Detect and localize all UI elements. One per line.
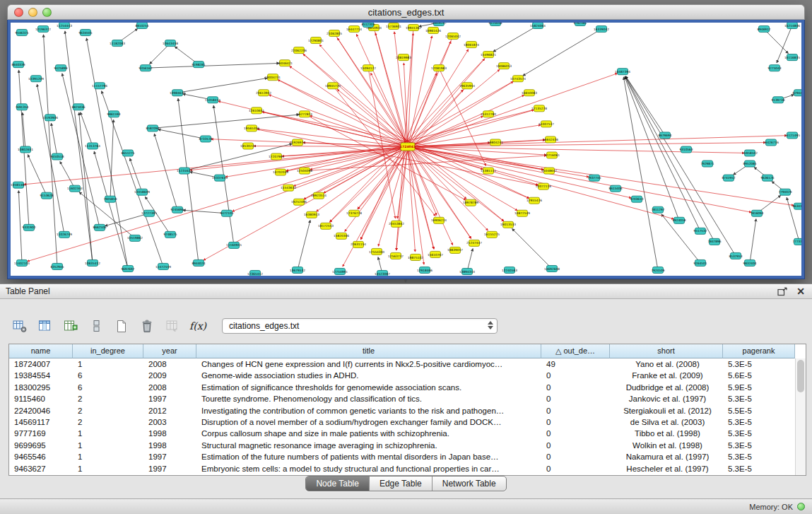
table-cell[interactable]: 9699695 [9, 440, 73, 451]
graph-node[interactable]: 20453842 [389, 221, 404, 227]
tab-network-table[interactable]: Network Table [433, 477, 506, 491]
graph-edge[interactable] [368, 68, 396, 218]
graph-edge[interactable] [153, 115, 299, 128]
graph-node[interactable]: 17554300 [369, 248, 384, 255]
graph-node[interactable]: 12240563 [502, 267, 517, 273]
graph-node[interactable]: 7691354 [15, 104, 28, 110]
graph-edge[interactable] [764, 29, 788, 53]
graph-node[interactable]: 7905859 [103, 196, 117, 202]
graph-node[interactable]: 9450518 [50, 153, 64, 160]
graph-edge[interactable] [408, 146, 529, 198]
graph-node[interactable]: 17081983 [431, 65, 447, 71]
graph-edge[interactable] [94, 151, 128, 269]
column-header-year[interactable]: year [143, 344, 196, 358]
graph-node[interactable]: 11182083 [110, 40, 125, 47]
import-table-icon[interactable] [163, 317, 182, 335]
graph-node[interactable]: 18978789 [463, 199, 478, 206]
network-graph[interactable]: 1724043185302241956535612610651206139521… [11, 23, 801, 276]
graph-node[interactable]: 10458609 [134, 189, 150, 195]
graph-node[interactable]: 9198281 [192, 62, 205, 68]
table-row[interactable]: 969969511998Structural magnetic resonanc… [9, 440, 806, 451]
graph-edge[interactable] [18, 191, 22, 263]
graph-node[interactable]: 19086053 [496, 63, 512, 69]
table-cell[interactable]: 9777169 [9, 428, 73, 439]
graph-node[interactable]: 15496821 [481, 52, 496, 58]
graph-node[interactable]: 8944024 [192, 259, 205, 266]
graph-node[interactable]: 8679694 [658, 132, 671, 139]
graph-node[interactable]: 12754991 [332, 268, 348, 274]
graph-node[interactable]: 11157796 [92, 83, 107, 89]
graph-edge[interactable] [310, 116, 408, 147]
table-cell[interactable]: 9463627 [9, 463, 73, 474]
graph-edge[interactable] [299, 50, 504, 221]
table-cell[interactable]: Corpus callosum shape and size in male p… [196, 428, 541, 439]
column-header-title[interactable]: title [196, 344, 541, 358]
graph-node[interactable]: 10727395 [141, 210, 157, 216]
graph-node[interactable]: 11058474 [205, 97, 220, 103]
table-cell[interactable]: Changes of HCN gene expression and I(f) … [196, 358, 541, 370]
table-cell[interactable]: 14569117 [9, 416, 73, 428]
graph-edge[interactable] [396, 146, 408, 250]
graph-edge[interactable] [154, 134, 177, 210]
table-cell[interactable]: 5.3E-5 [723, 428, 795, 439]
table-cell[interactable]: 9465546 [9, 451, 73, 462]
graph-node[interactable]: 9356162 [139, 65, 152, 71]
graph-node[interactable]: 10391209 [28, 76, 44, 82]
graph-node[interactable]: 12065042 [445, 33, 461, 40]
graph-node[interactable]: 16906224 [431, 217, 447, 223]
window-minimize-button[interactable] [28, 8, 37, 17]
graph-edge[interactable] [286, 108, 539, 170]
graph-edge[interactable] [750, 219, 756, 263]
graph-edge[interactable] [356, 34, 408, 146]
graph-node[interactable]: 10337610 [212, 175, 228, 181]
table-cell[interactable]: 1997 [143, 393, 196, 404]
graph-node[interactable]: 10581482 [11, 182, 26, 188]
graph-node[interactable]: 8825036 [71, 104, 85, 110]
graph-edge[interactable] [512, 228, 552, 269]
table-cell[interactable]: 5.3E-5 [723, 416, 795, 428]
graph-edge[interactable] [408, 143, 765, 147]
graph-node[interactable]: 10984620 [170, 90, 185, 96]
graph-node[interactable]: 18004731 [265, 74, 281, 81]
table-cell[interactable]: de Silva et al. (2003) [610, 416, 723, 428]
graph-node[interactable]: 11313764 [85, 143, 100, 149]
table-cell[interactable]: Dudbridge et al. (2008) [610, 382, 723, 393]
table-cell[interactable]: Structural magnetic resonance image aver… [196, 440, 541, 451]
table-cell[interactable]: 1 [73, 463, 143, 474]
window-close-button[interactable] [14, 8, 23, 17]
graph-node[interactable]: 18061874 [464, 42, 479, 48]
graph-node[interactable]: 9634505 [78, 30, 92, 36]
graph-node[interactable]: 16214806 [784, 23, 800, 29]
graph-node[interactable]: 9425899 [54, 65, 67, 71]
graph-node[interactable]: 8952085 [743, 160, 756, 167]
table-cell[interactable]: 0 [541, 463, 610, 474]
graph-node[interactable]: 8741952 [722, 175, 735, 181]
graph-node[interactable]: 9139738 [771, 97, 784, 103]
graph-node[interactable]: 17135278 [531, 105, 547, 112]
table-cell[interactable]: 1 [73, 440, 143, 451]
graph-node[interactable]: 10519862 [127, 235, 143, 241]
graph-node[interactable]: 11231627 [177, 168, 192, 174]
graph-node[interactable]: 7773362 [792, 238, 801, 245]
graph-node[interactable]: 11543635 [281, 185, 296, 191]
table-cell[interactable]: Nakamura et al. (1997) [610, 451, 723, 462]
column-header-out_de[interactable]: △ out_de… [541, 344, 610, 358]
column-header-short[interactable]: short [610, 344, 723, 358]
graph-node[interactable]: 8946912 [757, 26, 770, 33]
graph-node[interactable]: 18923514 [311, 192, 326, 199]
table-cell[interactable]: 1997 [143, 463, 196, 474]
column-header-name[interactable]: name [9, 344, 73, 358]
column-header-in_degree[interactable]: in_degree [73, 344, 143, 358]
graph-node[interactable]: 13894310 [459, 268, 475, 274]
graph-node[interactable]: 8733128 [199, 136, 212, 142]
graph-node[interactable]: 11007537 [539, 121, 554, 127]
table-cell[interactable]: 0 [541, 405, 610, 416]
table-cell[interactable]: 1 [73, 358, 143, 370]
graph-edge[interactable] [190, 146, 408, 170]
graph-node[interactable]: 12610651 [249, 107, 264, 114]
graph-node[interactable]: 9748575 [163, 231, 177, 238]
table-cell[interactable]: Tourette syndrome. Phenomenology and cla… [196, 393, 541, 404]
graph-node[interactable]: 17955476 [526, 197, 542, 204]
graph-node[interactable]: 8587094 [146, 125, 159, 132]
graph-edge[interactable] [177, 78, 267, 93]
